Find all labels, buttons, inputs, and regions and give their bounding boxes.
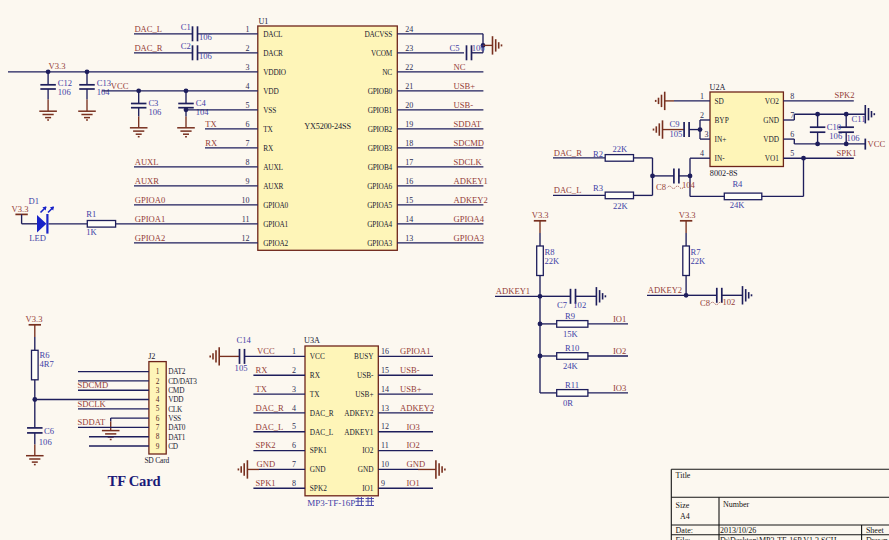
svg-text:File:: File:	[676, 536, 691, 540]
svg-text:IO1: IO1	[362, 484, 374, 493]
svg-text:13: 13	[405, 234, 413, 243]
svg-text:U3A: U3A	[304, 336, 320, 345]
svg-text:CLK: CLK	[168, 405, 183, 414]
svg-text:4R7: 4R7	[40, 359, 55, 369]
svg-text:GPIOA4: GPIOA4	[454, 214, 485, 224]
svg-text:TF Card: TF Card	[108, 473, 161, 489]
svg-text:11: 11	[242, 215, 250, 224]
svg-text:2: 2	[156, 377, 160, 386]
svg-text:SPK2: SPK2	[256, 440, 276, 450]
svg-text:USB+: USB+	[355, 390, 373, 399]
svg-text:SPK1: SPK1	[256, 478, 276, 488]
svg-text:USB-: USB-	[400, 365, 420, 375]
svg-text:106: 106	[829, 131, 843, 141]
svg-text:21: 21	[405, 82, 413, 91]
svg-text:5: 5	[292, 422, 296, 431]
svg-text:102: 102	[723, 297, 736, 307]
svg-text:DAC_R: DAC_R	[554, 148, 582, 158]
svg-text:AUXR: AUXR	[263, 182, 283, 191]
svg-text:VDD: VDD	[168, 395, 183, 404]
svg-text:4: 4	[700, 149, 704, 158]
svg-text:SDCMD: SDCMD	[454, 138, 485, 148]
svg-text:12: 12	[242, 234, 250, 243]
svg-text:1: 1	[156, 367, 160, 376]
svg-text:DAC_L: DAC_L	[554, 185, 582, 195]
svg-text:1K: 1K	[86, 227, 97, 237]
svg-text:RX: RX	[256, 365, 269, 375]
svg-text:R6: R6	[40, 350, 51, 360]
svg-text:5: 5	[790, 149, 794, 158]
svg-text:10: 10	[381, 460, 389, 469]
svg-text:U1: U1	[258, 17, 268, 26]
svg-text:GPIOA2: GPIOA2	[263, 239, 288, 248]
svg-text:BYP: BYP	[715, 116, 729, 125]
svg-text:8: 8	[246, 158, 250, 167]
svg-text:IN+: IN+	[715, 135, 727, 144]
svg-text:19: 19	[405, 120, 413, 129]
svg-text:VDD: VDD	[763, 135, 779, 144]
svg-text:22: 22	[405, 63, 413, 72]
svg-text:SDCMD: SDCMD	[78, 380, 109, 390]
svg-text:DAT2: DAT2	[168, 367, 186, 376]
svg-text:C7: C7	[557, 300, 568, 310]
svg-text:15K: 15K	[563, 329, 579, 339]
svg-text:SPK2: SPK2	[310, 484, 327, 493]
svg-text:V3.3: V3.3	[12, 204, 29, 214]
svg-text:D:\Desktop\MP3-TF-16P V1.3.SCH: D:\Desktop\MP3-TF-16P V1.3.SCH	[720, 536, 837, 540]
svg-text:6: 6	[790, 130, 794, 139]
svg-text:1: 1	[246, 25, 250, 34]
svg-text:Drawn: Drawn	[866, 536, 888, 540]
svg-text:2013/10/26: 2013/10/26	[720, 526, 756, 535]
svg-text:16: 16	[381, 347, 389, 356]
svg-text:GPIOA1: GPIOA1	[263, 220, 288, 229]
svg-text:9: 9	[156, 442, 160, 451]
svg-text:2: 2	[700, 111, 704, 120]
svg-text:ADKEY2: ADKEY2	[454, 195, 488, 205]
svg-text:3: 3	[156, 386, 160, 395]
svg-text:3: 3	[292, 385, 296, 394]
svg-text:GND: GND	[310, 465, 326, 474]
svg-text:VCC: VCC	[257, 346, 275, 356]
svg-text:USB+: USB+	[400, 384, 422, 394]
svg-text:22K: 22K	[691, 256, 707, 266]
svg-text:5: 5	[156, 404, 160, 413]
svg-text:ADKEY2: ADKEY2	[344, 409, 374, 418]
svg-text:SDCLK: SDCLK	[454, 157, 483, 167]
svg-text:106: 106	[148, 107, 162, 117]
svg-text:15: 15	[381, 366, 389, 375]
svg-text:R10: R10	[565, 343, 579, 353]
svg-text:DAT0: DAT0	[168, 423, 186, 432]
svg-text:SD Card: SD Card	[144, 456, 169, 465]
svg-text:R1: R1	[86, 209, 96, 219]
svg-text:GND: GND	[358, 465, 374, 474]
svg-text:15: 15	[405, 196, 413, 205]
svg-text:10: 10	[242, 196, 250, 205]
svg-text:8: 8	[790, 92, 794, 101]
svg-text:ADKEY2: ADKEY2	[648, 285, 682, 295]
svg-text:IO2: IO2	[613, 346, 626, 356]
svg-text:VDDIO: VDDIO	[263, 68, 286, 77]
svg-text:GND: GND	[407, 459, 426, 469]
svg-text:C5: C5	[450, 43, 460, 53]
svg-text:VCC: VCC	[310, 352, 325, 361]
svg-text:4: 4	[292, 404, 296, 413]
svg-text:9: 9	[381, 479, 385, 488]
svg-text:8: 8	[156, 432, 160, 441]
svg-text:3: 3	[705, 130, 709, 139]
svg-text:ADKEY1: ADKEY1	[454, 176, 488, 186]
svg-text:C8: C8	[700, 298, 710, 308]
svg-text:IO1: IO1	[613, 314, 626, 324]
svg-text:DAC_L: DAC_L	[134, 24, 162, 34]
svg-text:AUXL: AUXL	[263, 163, 283, 172]
svg-text:106: 106	[472, 43, 486, 53]
svg-text:C1: C1	[181, 22, 191, 32]
svg-text:NC: NC	[382, 68, 392, 77]
svg-text:GND: GND	[257, 459, 276, 469]
svg-text:22K: 22K	[613, 201, 629, 211]
svg-text:4: 4	[156, 395, 160, 404]
svg-text:R8: R8	[545, 247, 555, 257]
svg-text:IO3: IO3	[613, 383, 626, 393]
svg-text:22K: 22K	[545, 256, 561, 266]
svg-text:NC: NC	[454, 62, 466, 72]
svg-text:SDDAT: SDDAT	[454, 119, 482, 129]
